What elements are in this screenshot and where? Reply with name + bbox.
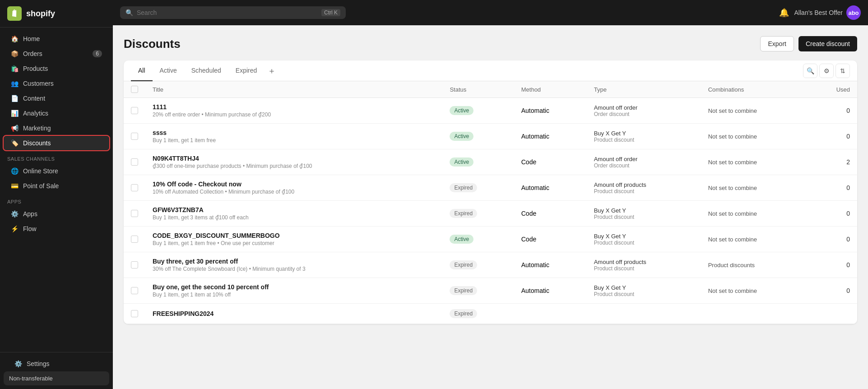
type-main: Buy X Get Y (594, 233, 694, 240)
row-title-cell: 1111 20% off entire order • Minimum purc… (145, 98, 442, 124)
row-method-cell: Automatic (514, 278, 587, 304)
row-checkbox[interactable] (124, 175, 145, 201)
store-info[interactable]: Allan's Best Offer abo (794, 5, 861, 20)
combinations-label: Not set to combine (708, 287, 757, 294)
sidebar-item-marketing[interactable]: 📢 Marketing (4, 121, 109, 135)
sidebar-item-analytics[interactable]: 📊 Analytics (4, 106, 109, 120)
non-transferable-item[interactable]: Non-transferable (4, 371, 109, 385)
row-checkbox[interactable] (124, 252, 145, 278)
discounts-icon: 🏷️ (11, 139, 19, 147)
discount-title[interactable]: 10% Off code - Checkout now (153, 181, 435, 188)
main-content: 🔍 Ctrl K 🔔 Allan's Best Offer abo Discou… (113, 0, 868, 389)
sidebar-item-apps[interactable]: ⚙️ Apps (4, 207, 109, 221)
tab-add-button[interactable]: ＋ (264, 61, 279, 81)
combinations-label: Not set to combine (708, 133, 757, 140)
sidebar-item-settings[interactable]: ⚙️ Settings (7, 357, 106, 371)
discount-title[interactable]: N09K4TT8THJ4 (153, 155, 435, 162)
discounts-card: All Active Scheduled Expired ＋ 🔍 ⚙ ⇅ (124, 60, 857, 324)
table-row: CODE_BXGY_DISCOUNT_SUMMERBOGO Buy 1 item… (124, 227, 857, 252)
sort-toolbar-button[interactable]: ⇅ (836, 64, 850, 78)
page-title: Discounts (124, 37, 181, 51)
sidebar-item-customers[interactable]: 👥 Customers (4, 76, 109, 91)
type-sub: Product discount (594, 214, 694, 220)
sidebar-item-orders[interactable]: 📦 Orders 6 (4, 46, 109, 61)
row-checkbox[interactable] (124, 227, 145, 252)
discount-title[interactable]: Buy three, get 30 percent off (153, 258, 435, 265)
discount-title[interactable]: FREESHIPPING2024 (153, 310, 435, 317)
row-method-cell: Automatic (514, 175, 587, 201)
row-checkbox-input[interactable] (131, 184, 138, 191)
row-checkbox[interactable] (124, 124, 145, 149)
sidebar-item-home[interactable]: 🏠 Home (4, 32, 109, 46)
type-sub: Order discount (594, 111, 694, 117)
sidebar-item-content[interactable]: 📄 Content (4, 91, 109, 106)
table-row: FREESHIPPING2024 Expired (124, 304, 857, 324)
tab-all[interactable]: All (131, 60, 153, 81)
row-checkbox[interactable] (124, 304, 145, 324)
sidebar-item-label: Products (23, 65, 48, 72)
used-count: 0 (846, 210, 850, 217)
filter-toolbar-button[interactable]: ⚙ (819, 64, 834, 78)
search-bar[interactable]: 🔍 Ctrl K (120, 6, 346, 19)
row-checkbox-input[interactable] (131, 236, 138, 243)
discounts-table: Title Status Method Type Combinations Us… (124, 81, 857, 324)
discount-desc: 20% off entire order • Minimum purchase … (153, 111, 435, 118)
row-checkbox-input[interactable] (131, 158, 138, 166)
row-checkbox-input[interactable] (131, 210, 138, 217)
row-type-cell: Amount off order Order discount (587, 98, 701, 124)
type-main: Buy X Get Y (594, 207, 694, 214)
row-title-cell: GFW6V3TZNB7A Buy 1 item, get 3 items at … (145, 201, 442, 227)
row-combinations-cell: Not set to combine (701, 278, 809, 304)
select-all-checkbox[interactable] (131, 86, 138, 93)
row-checkbox-input[interactable] (131, 107, 138, 114)
row-title-cell: N09K4TT8THJ4 ₫300 off one-time purchase … (145, 149, 442, 175)
tabs-bar: All Active Scheduled Expired ＋ 🔍 ⚙ ⇅ (124, 60, 857, 81)
tab-active[interactable]: Active (153, 60, 184, 81)
row-checkbox[interactable] (124, 278, 145, 304)
status-badge: Expired (450, 209, 477, 218)
discount-title[interactable]: CODE_BXGY_DISCOUNT_SUMMERBOGO (153, 232, 435, 239)
row-checkbox[interactable] (124, 201, 145, 227)
row-checkbox-input[interactable] (131, 261, 138, 269)
row-checkbox-input[interactable] (131, 133, 138, 140)
row-checkbox-input[interactable] (131, 287, 138, 294)
used-count: 0 (846, 107, 850, 114)
method-label: Code (521, 210, 536, 217)
create-discount-button[interactable]: Create discount (798, 36, 857, 51)
type-sub: Product discount (594, 291, 694, 297)
discount-title[interactable]: 1111 (153, 103, 435, 111)
tab-scheduled[interactable]: Scheduled (184, 60, 228, 81)
row-checkbox[interactable] (124, 98, 145, 124)
sidebar-item-label: Discounts (23, 139, 51, 147)
sidebar-item-discounts[interactable]: 🏷️ Discounts (4, 136, 109, 150)
tab-expired[interactable]: Expired (228, 60, 264, 81)
used-count: 2 (846, 158, 850, 166)
row-combinations-cell (701, 304, 809, 324)
sidebar-item-label: Point of Sale (23, 182, 59, 190)
avatar: abo (846, 5, 861, 20)
method-label: Automatic (521, 287, 549, 294)
row-checkbox-input[interactable] (131, 310, 138, 317)
search-shortcut: Ctrl K (321, 9, 340, 16)
row-checkbox[interactable] (124, 149, 145, 175)
sidebar-item-label: Online Store (23, 167, 58, 175)
discount-title[interactable]: ssss (153, 129, 435, 136)
discount-title[interactable]: Buy one, get the second 10 percent off (153, 283, 435, 291)
export-button[interactable]: Export (760, 36, 794, 51)
discount-title[interactable]: GFW6V3TZNB7A (153, 206, 435, 213)
row-method-cell: Code (514, 201, 587, 227)
bell-icon[interactable]: 🔔 (779, 8, 789, 18)
th-combinations: Combinations (701, 81, 809, 98)
search-toolbar-button[interactable]: 🔍 (803, 64, 817, 78)
sidebar-item-online-store[interactable]: 🌐 Online Store (4, 164, 109, 178)
sidebar-item-label: Marketing (23, 125, 51, 132)
sidebar-item-label: Analytics (23, 110, 48, 117)
combinations-label: Not set to combine (708, 107, 757, 114)
row-method-cell: Automatic (514, 98, 587, 124)
sidebar-item-point-of-sale[interactable]: 💳 Point of Sale (4, 179, 109, 193)
sidebar-logo[interactable]: shopify (0, 0, 113, 28)
sidebar-item-flow[interactable]: ⚡ Flow (4, 222, 109, 236)
table-row: Buy three, get 30 percent off 30% off Th… (124, 252, 857, 278)
sidebar-item-products[interactable]: 🛍️ Products (4, 61, 109, 76)
search-input[interactable] (137, 9, 318, 16)
